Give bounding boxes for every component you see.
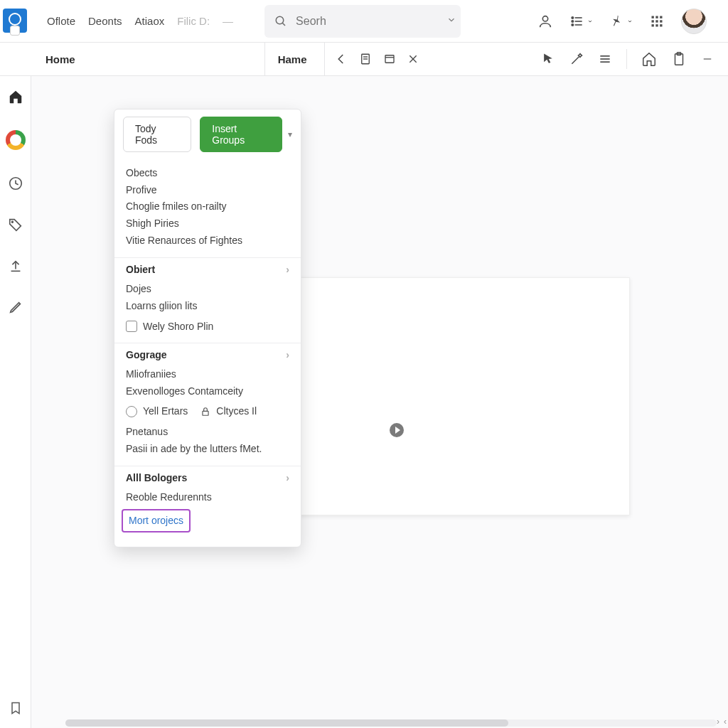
panel-item[interactable]: Vitie Renaurces of Fightes [126, 232, 289, 250]
hamburger-icon[interactable] [598, 52, 612, 66]
radio-label: Yell Ertars [143, 404, 188, 419]
menu-item-disabled: Filic D: [177, 15, 210, 27]
chevron-down-icon[interactable]: ▾ [288, 129, 292, 139]
ribbon-right [541, 49, 728, 69]
checkbox-label: Wely Shoro Plin [143, 319, 213, 335]
tag-icon[interactable] [8, 217, 23, 232]
svg-point-8 [572, 23, 574, 26]
chevron-right-icon: › [286, 348, 289, 363]
clipboard-icon[interactable] [671, 51, 687, 67]
search-icon [274, 15, 287, 28]
panel-section-bologers: Alll Bologers › Reoble Redurennts Mort o… [114, 466, 301, 541]
search-box[interactable] [264, 5, 461, 38]
chevron-down-icon[interactable] [446, 15, 456, 28]
panel-item[interactable]: Obects [126, 165, 289, 182]
svg-rect-15 [652, 24, 654, 26]
svg-point-7 [572, 20, 574, 22]
avatar[interactable] [681, 9, 707, 34]
ribbon: Home Hame [0, 43, 728, 76]
svg-line-1 [282, 23, 285, 26]
svg-point-33 [11, 221, 13, 223]
wand-icon[interactable] [569, 52, 584, 66]
radio-option[interactable]: Yell Ertars [126, 404, 188, 419]
back-arrow-icon[interactable] [335, 53, 348, 65]
section-header[interactable]: Alll Bologers › [126, 471, 289, 486]
radio-icon [126, 406, 137, 417]
locked-option[interactable]: Cltyces Il [200, 404, 257, 419]
home-fill-icon[interactable] [8, 89, 23, 105]
panel-section-1: Obects Profive Choglie fmiles on-railty … [114, 161, 301, 257]
svg-rect-16 [655, 24, 658, 26]
panel-item[interactable]: Profive [126, 182, 289, 199]
highlighted-link[interactable]: Mort orojecs [122, 509, 191, 533]
panel-section-obiert: Obiert › Dojes Loarns gliion lits Wely S… [114, 257, 301, 343]
section-title: Gograge [126, 348, 167, 363]
topbar-right [537, 9, 722, 34]
menu-item[interactable]: Oflote [47, 15, 75, 27]
apps-grid-icon[interactable] [650, 14, 664, 28]
svg-point-0 [276, 16, 284, 24]
pin-dropdown-icon[interactable] [610, 14, 633, 28]
panel-section-gograge: Gograge › Mliofraniies Exvenolloges Cont… [114, 343, 301, 466]
rail-color-logo[interactable] [6, 130, 26, 150]
canvas-area[interactable]: Tody Fods Insert Groups ▾ Obects Profive… [31, 76, 728, 728]
panel-item[interactable]: Pasii in ade by the lutters fMet. [126, 441, 289, 458]
lock-icon [200, 406, 210, 417]
svg-rect-9 [652, 16, 654, 18]
section-title: Alll Bologers [126, 471, 187, 486]
upload-icon[interactable] [8, 258, 23, 274]
minus-icon[interactable] [701, 53, 714, 65]
svg-rect-12 [652, 20, 654, 22]
section-header[interactable]: Gograge › [126, 348, 289, 363]
svg-rect-10 [655, 16, 658, 18]
panel-item[interactable]: Loarns gliion lits [126, 298, 289, 315]
panel-item[interactable]: Exvenolloges Contamceity [126, 383, 289, 400]
window-icon[interactable] [383, 53, 396, 65]
tool-cluster-history [324, 43, 429, 75]
horizontal-scrollbar[interactable] [65, 719, 717, 727]
svg-rect-14 [660, 20, 662, 22]
checkbox-icon [126, 321, 137, 332]
ribbon-label-hame[interactable]: Hame [264, 43, 324, 75]
panel-item[interactable]: Mliofraniies [126, 366, 289, 383]
svg-rect-17 [660, 24, 662, 26]
play-button[interactable] [390, 423, 404, 437]
close-icon[interactable] [407, 53, 419, 65]
document-icon[interactable] [359, 53, 372, 65]
pencil-icon[interactable] [8, 299, 23, 315]
left-rail [0, 76, 31, 728]
panel-item[interactable]: Choglie fmiles on-railty [126, 198, 289, 215]
chevron-right-icon: › [286, 262, 289, 278]
tab-home[interactable]: Home [31, 43, 90, 75]
svg-rect-21 [385, 55, 394, 63]
section-title: Obiert [126, 262, 155, 278]
clock-icon[interactable] [8, 176, 23, 191]
cursor-icon[interactable] [541, 52, 555, 66]
app-logo[interactable] [3, 9, 27, 33]
svg-point-25 [579, 54, 581, 56]
menu-item[interactable]: Atiaox [135, 15, 165, 27]
menu-item[interactable]: Deonts [88, 15, 122, 27]
person-icon[interactable] [537, 14, 553, 29]
menu-overflow[interactable]: — [223, 15, 232, 27]
svg-rect-11 [660, 16, 662, 18]
pill-insert-groups[interactable]: Insert Groups [200, 117, 282, 152]
checkbox-option[interactable]: Wely Shoro Plin [126, 319, 213, 335]
panel-item[interactable]: Pnetanus [126, 424, 289, 441]
lock-label: Cltyces Il [216, 404, 257, 419]
list-dropdown-icon[interactable] [570, 14, 593, 28]
search-input[interactable] [296, 15, 438, 28]
svg-rect-36 [203, 412, 208, 416]
pill-tody-fods[interactable]: Tody Fods [123, 117, 191, 152]
bookmark-icon[interactable] [9, 701, 23, 715]
panel-item[interactable]: Shigh Piries [126, 215, 289, 232]
section-header[interactable]: Obiert › [126, 262, 289, 278]
home-outline-icon[interactable] [641, 51, 657, 67]
svg-point-2 [542, 16, 547, 21]
top-menu-bar: Oflote Deonts Atiaox Filic D: — [47, 15, 232, 27]
scroll-corner: ›‹ [717, 717, 727, 727]
panel-item[interactable]: Reoble Redurennts [126, 489, 289, 506]
svg-point-6 [572, 16, 574, 18]
chevron-right-icon: › [286, 471, 289, 486]
panel-item[interactable]: Dojes [126, 281, 289, 298]
